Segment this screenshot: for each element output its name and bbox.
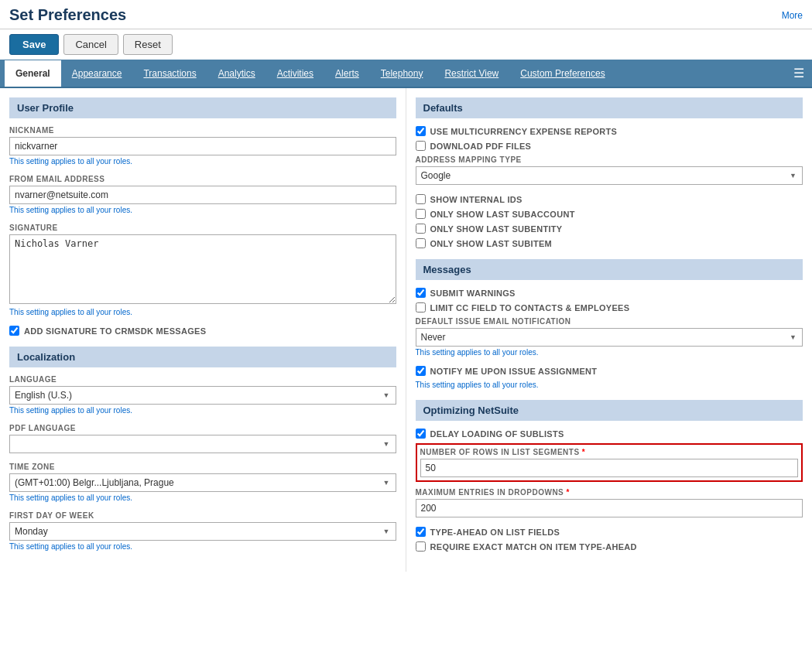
from-email-field-group: FROM EMAIL ADDRESS This setting applies … <box>9 175 396 214</box>
tab-transactions[interactable]: Transactions <box>132 60 207 87</box>
address-mapping-select[interactable]: Google MapQuest <box>416 166 803 185</box>
max-entries-required-star: * <box>567 488 570 497</box>
nickname-label: NICKNAME <box>9 126 396 135</box>
num-rows-field-group: NUMBER OF ROWS IN LIST SEGMENTS * <box>416 443 803 482</box>
messages-header: Messages <box>416 259 803 280</box>
submit-warnings-label[interactable]: SUBMIT WARNINGS <box>430 289 516 298</box>
default-issue-email-field-group: DEFAULT ISSUE EMAIL NOTIFICATION Never A… <box>416 317 803 357</box>
nav-tabs: General Appearance Transactions Analytic… <box>0 60 812 88</box>
notify-me-checkbox[interactable] <box>416 366 426 376</box>
only-last-subaccount-label[interactable]: ONLY SHOW LAST SUBACCOUNT <box>430 210 575 219</box>
tab-activities[interactable]: Activities <box>266 60 324 87</box>
max-entries-field-group: MAXIMUM ENTRIES IN DROPDOWNS * <box>416 488 803 517</box>
first-day-hint: This setting applies to all your roles. <box>9 542 396 551</box>
type-ahead-label[interactable]: TYPE-AHEAD ON LIST FIELDS <box>430 528 560 537</box>
signature-input[interactable] <box>9 234 396 304</box>
pdf-language-select[interactable] <box>9 435 396 453</box>
cancel-button[interactable]: Cancel <box>63 34 118 55</box>
timezone-label: TIME ZONE <box>9 463 396 471</box>
tab-appearance[interactable]: Appearance <box>61 60 133 87</box>
show-internal-ids-checkbox[interactable] <box>416 194 426 204</box>
more-link[interactable]: More <box>782 10 803 21</box>
type-ahead-checkbox[interactable] <box>416 527 426 537</box>
toolbar: Save Cancel Reset <box>0 29 812 60</box>
content-area: User Profile NICKNAME This setting appli… <box>0 88 812 572</box>
tab-analytics[interactable]: Analytics <box>207 60 266 87</box>
require-exact-checkbox[interactable] <box>416 541 426 552</box>
from-email-input[interactable] <box>9 186 396 204</box>
tab-telephony[interactable]: Telephony <box>370 60 434 87</box>
localization-section: Localization LANGUAGE English (U.S.) Thi… <box>9 347 396 551</box>
timezone-select[interactable]: (GMT+01:00) Belgr...Ljubljana, Prague <box>9 473 396 492</box>
timezone-select-wrapper: (GMT+01:00) Belgr...Ljubljana, Prague <box>9 473 396 492</box>
only-last-subaccount-row: ONLY SHOW LAST SUBACCOUNT <box>416 209 803 219</box>
tab-custom-preferences[interactable]: Custom Preferences <box>509 60 615 87</box>
language-select[interactable]: English (U.S.) <box>9 386 396 405</box>
reset-button[interactable]: Reset <box>123 34 173 55</box>
use-multicurrency-label[interactable]: USE MULTICURRENCY EXPENSE REPORTS <box>430 127 618 136</box>
address-mapping-select-wrapper: Google MapQuest <box>416 166 803 185</box>
from-email-label: FROM EMAIL ADDRESS <box>9 175 396 183</box>
language-select-wrapper: English (U.S.) <box>9 386 396 405</box>
timezone-field-group: TIME ZONE (GMT+01:00) Belgr...Ljubljana,… <box>9 463 396 502</box>
only-last-subaccount-checkbox[interactable] <box>416 209 426 219</box>
defaults-header: Defaults <box>416 97 803 118</box>
submit-warnings-row: SUBMIT WARNINGS <box>416 288 803 298</box>
user-profile-header: User Profile <box>9 97 396 118</box>
messages-section: Messages SUBMIT WARNINGS LIMIT CC FIELD … <box>416 259 803 389</box>
add-signature-row: ADD SIGNATURE TO CRMSDK MESSAGES <box>9 326 396 336</box>
only-last-subitem-row: ONLY SHOW LAST SUBITEM <box>416 238 803 248</box>
limit-cc-label[interactable]: LIMIT CC FIELD TO CONTACTS & EMPLOYEES <box>430 303 630 313</box>
only-last-subentity-row: ONLY SHOW LAST SUBENTITY <box>416 224 803 234</box>
pdf-language-field-group: PDF LANGUAGE <box>9 424 396 453</box>
download-pdf-label[interactable]: DOWNLOAD PDF FILES <box>430 142 532 151</box>
tab-restrict-view[interactable]: Restrict View <box>433 60 509 87</box>
signature-label: SIGNATURE <box>9 224 396 232</box>
tab-icon[interactable]: ☰ <box>786 60 812 87</box>
max-entries-input[interactable] <box>416 499 803 517</box>
nickname-input[interactable] <box>9 137 396 155</box>
default-issue-email-label: DEFAULT ISSUE EMAIL NOTIFICATION <box>416 317 803 326</box>
left-panel: User Profile NICKNAME This setting appli… <box>0 88 406 572</box>
delay-loading-label[interactable]: DELAY LOADING OF SUBLISTS <box>430 429 564 439</box>
default-issue-email-select-wrapper: Never Always <box>416 328 803 347</box>
download-pdf-checkbox[interactable] <box>416 141 426 151</box>
language-label: LANGUAGE <box>9 375 396 384</box>
tab-general[interactable]: General <box>5 60 61 87</box>
timezone-hint: This setting applies to all your roles. <box>9 494 396 502</box>
download-pdf-row: DOWNLOAD PDF FILES <box>416 141 803 151</box>
add-signature-checkbox[interactable] <box>9 326 19 336</box>
add-signature-label[interactable]: ADD SIGNATURE TO CRMSDK MESSAGES <box>24 326 206 336</box>
use-multicurrency-row: USE MULTICURRENCY EXPENSE REPORTS <box>416 126 803 136</box>
only-last-subentity-checkbox[interactable] <box>416 224 426 234</box>
limit-cc-checkbox[interactable] <box>416 302 426 313</box>
require-exact-label[interactable]: REQUIRE EXACT MATCH ON ITEM TYPE-AHEAD <box>430 542 637 552</box>
default-issue-email-select[interactable]: Never Always <box>416 328 803 347</box>
first-day-field-group: FIRST DAY OF WEEK Monday Sunday This set… <box>9 511 396 551</box>
signature-field-group: SIGNATURE This setting applies to all yo… <box>9 224 396 316</box>
notify-me-label[interactable]: NOTIFY ME UPON ISSUE ASSIGNMENT <box>430 367 598 376</box>
limit-cc-row: LIMIT CC FIELD TO CONTACTS & EMPLOYEES <box>416 302 803 313</box>
optimizing-header: Optimizing NetSuite <box>416 400 803 421</box>
only-last-subitem-checkbox[interactable] <box>416 238 426 248</box>
first-day-select[interactable]: Monday Sunday <box>9 522 396 541</box>
only-last-subitem-label[interactable]: ONLY SHOW LAST SUBITEM <box>430 239 553 248</box>
nickname-field-group: NICKNAME This setting applies to all you… <box>9 126 396 166</box>
user-profile-section: User Profile NICKNAME This setting appli… <box>9 97 396 336</box>
notify-me-row: NOTIFY ME UPON ISSUE ASSIGNMENT <box>416 366 803 376</box>
tab-alerts[interactable]: Alerts <box>324 60 370 87</box>
only-last-subentity-label[interactable]: ONLY SHOW LAST SUBENTITY <box>430 224 563 234</box>
localization-header: Localization <box>9 347 396 367</box>
language-field-group: LANGUAGE English (U.S.) This setting app… <box>9 375 396 415</box>
show-internal-ids-label[interactable]: SHOW INTERNAL IDS <box>430 195 522 204</box>
use-multicurrency-checkbox[interactable] <box>416 126 426 136</box>
save-button[interactable]: Save <box>9 34 59 55</box>
num-rows-input[interactable] <box>420 459 799 477</box>
require-exact-row: REQUIRE EXACT MATCH ON ITEM TYPE-AHEAD <box>416 541 803 552</box>
delay-loading-checkbox[interactable] <box>416 429 426 439</box>
address-mapping-label: ADDRESS MAPPING TYPE <box>416 155 803 164</box>
submit-warnings-checkbox[interactable] <box>416 288 426 298</box>
right-panel: Defaults USE MULTICURRENCY EXPENSE REPOR… <box>406 88 813 572</box>
default-issue-email-hint: This setting applies to all your roles. <box>416 348 803 357</box>
num-rows-label: NUMBER OF ROWS IN LIST SEGMENTS * <box>420 448 799 456</box>
